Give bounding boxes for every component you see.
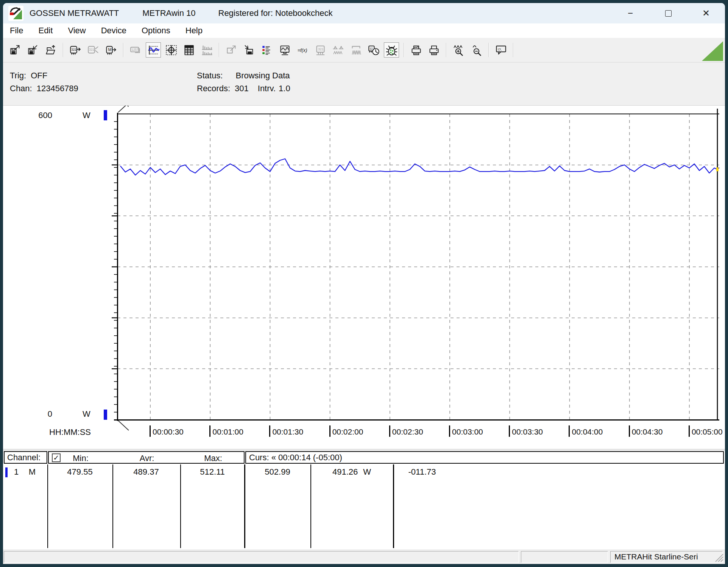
x-tick-mark [269,425,270,437]
print-button[interactable] [426,42,441,58]
title-app-name: METRAwin 10 [142,8,195,18]
row-max-value: 512.11 [186,467,239,477]
menu-edit[interactable]: Edit [38,26,53,36]
title-brand: GOSSEN METRAWATT [30,8,119,18]
x-tick-label: 00:02:00 [332,425,363,436]
x-tick-label: 00:05:00 [692,425,723,436]
crosshair-cursor-icon [165,44,177,56]
envelope-curves-button [348,42,363,58]
row-min-value: 479.55 [53,467,106,477]
menu-help[interactable]: Help [186,26,203,36]
row-delta-value: -011.73 [396,467,449,477]
statusbar-device-panel: METRAHit Starline-Seri [610,551,723,563]
print-graph-icon [410,44,422,56]
window-controls: − ✕ [611,3,725,23]
status-line: Status:Browsing Data [197,71,290,81]
live-monitor-icon [279,44,291,56]
power-line-chart[interactable] [3,106,725,449]
trigger-value: OFF [31,71,47,80]
table-view-icon [183,44,195,56]
export-file-icon [226,44,237,56]
column-divider [47,464,48,548]
timer-clock-button[interactable]: 12 [366,42,381,58]
x-tick-mark [509,425,510,437]
crosshair-cursor-button[interactable] [164,42,179,58]
toolbar-separator [123,43,124,57]
channel-status: Chan:123456789 [10,84,78,93]
device-321-import-button: 321 [86,42,101,58]
x-tick-label: 00:01:00 [212,425,243,436]
maximize-icon [665,10,672,17]
device-321-import-icon: 321 [87,44,99,56]
title-registration: Registered for: Notebookcheck [218,8,333,18]
menu-view[interactable]: View [68,26,86,36]
export-file-button [224,42,239,58]
x-axis-tick: 00:02:00 [329,425,363,437]
window-resize-grip-icon[interactable] [714,553,724,562]
row-channel-number: 1 [11,467,22,477]
interval-value: 1.0 [279,84,290,93]
table-header-channel: Channel: [4,451,47,464]
svg-text:321: 321 [89,48,94,51]
table-header-cursor: Curs: « 00:00:14 (-05:00) [245,451,724,464]
chart-view-button[interactable] [146,42,161,58]
table-view-button[interactable] [181,42,196,58]
formula-fx-button[interactable]: =f(x) [295,42,310,58]
minimize-button[interactable]: − [611,3,649,23]
x-tick-label: 00:03:30 [512,425,543,436]
logo-red-block [10,12,14,15]
x-tick-label: 00:03:00 [452,425,483,436]
annotation-button[interactable]: !?. [493,42,508,58]
print-graph-button[interactable] [408,42,424,58]
save-import-button[interactable] [25,42,41,58]
column-divider [112,464,113,548]
toolbar: 321321M1257=f(x)32112!?. [3,38,725,62]
connected-device-name: METRAHit Starline-Seri [614,552,698,561]
save-export-button[interactable] [8,42,23,58]
x-tick-mark [150,425,151,437]
close-button[interactable]: ✕ [687,3,725,23]
device-321-export-button[interactable]: 321 [68,42,83,58]
device-321-export-icon: 321 [70,44,81,56]
x-tick-label: 00:04:00 [572,425,603,436]
toolbar-separator [488,43,489,57]
menu-options[interactable]: Options [142,26,170,36]
import-device-button[interactable] [242,42,257,58]
column-divider-thick [393,464,394,548]
import-device-icon [243,44,255,56]
x-tick-mark [209,425,210,437]
zoom-out-icon [471,44,482,56]
open-folder-button[interactable] [43,42,58,58]
column-divider-thick [244,464,245,548]
title-bar: GOSSEN METRAWATT METRAwin 10 Registered … [3,3,725,23]
row-channel-mode: M [27,467,38,477]
envelope-curves-icon [350,44,362,56]
split-curves-icon [332,44,344,56]
table-header-min: Min: [54,453,107,463]
x-tick-label: 00:01:30 [272,425,303,436]
zoom-out-button[interactable] [469,42,484,58]
maximize-button[interactable] [649,3,687,23]
column-divider [310,464,311,548]
x-tick-mark [629,425,630,437]
zoom-in-button[interactable] [451,42,466,58]
channel-list-button[interactable] [259,42,274,58]
live-monitor-button[interactable] [277,42,292,58]
toolbar-separator [513,43,514,57]
menu-file[interactable]: File [10,26,23,36]
records-value: 301 [235,84,249,93]
debug-bug-button[interactable] [384,42,399,58]
statusbar-panel-secondary [521,551,608,563]
menu-device[interactable]: Device [101,26,126,36]
device-memory-export-button[interactable]: M [103,42,118,58]
x-tick-mark [329,425,330,437]
x-tick-mark [689,425,690,437]
svg-text:321: 321 [71,48,76,51]
channel-color-marker-bottom [104,410,107,420]
table-header-avr: Avr: [120,453,173,463]
histogram-view-icon [201,44,213,56]
resize-grip-triangle-icon [702,41,723,61]
save-export-icon [9,44,21,56]
save-import-icon [27,44,39,56]
numeric-display-icon: 1257 [130,44,142,56]
